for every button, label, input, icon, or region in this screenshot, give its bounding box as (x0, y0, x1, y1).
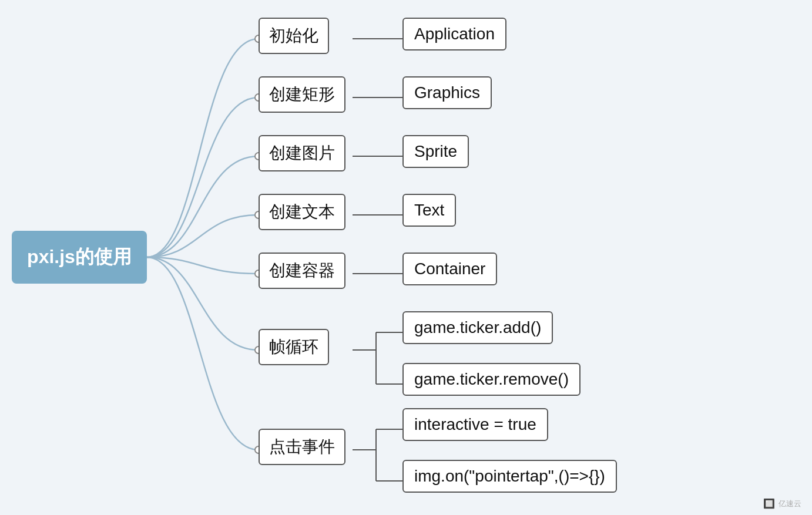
leaf-label-ticker-add: game.ticker.add() (414, 318, 541, 337)
mid-label-click: 点击事件 (269, 436, 335, 458)
leaf-label-container: Container (414, 260, 485, 278)
root-label: pxi.js的使用 (27, 244, 132, 270)
mindmap: pxi.js的使用 初始化 Application 创建矩形 Graphics … (0, 0, 812, 515)
mid-node-rect: 创建矩形 (259, 76, 345, 113)
mid-node-init: 初始化 (259, 18, 329, 54)
leaf-container: Container (402, 253, 497, 285)
mid-label-container: 创建容器 (269, 260, 335, 282)
mid-label-sprite: 创建图片 (269, 142, 335, 164)
mid-node-sprite: 创建图片 (259, 135, 345, 171)
leaf-interactive: interactive = true (402, 408, 548, 441)
leaf-label-application: Application (414, 25, 495, 43)
leaf-label-graphics: Graphics (414, 83, 480, 102)
watermark-text: 亿速云 (779, 499, 801, 509)
mid-label-ticker: 帧循环 (269, 336, 318, 358)
mid-node-ticker: 帧循环 (259, 329, 329, 365)
watermark-icon: 🔲 (763, 498, 775, 509)
watermark: 🔲 亿速云 (763, 498, 801, 509)
mid-label-rect: 创建矩形 (269, 83, 335, 106)
leaf-graphics: Graphics (402, 76, 492, 109)
leaf-application: Application (402, 18, 506, 51)
leaf-label-sprite: Sprite (414, 142, 457, 161)
leaf-label-pointertap: img.on("pointertap",()=>{}) (414, 467, 605, 486)
leaf-text: Text (402, 194, 456, 227)
leaf-label-ticker-remove: game.ticker.remove() (414, 370, 569, 389)
root-node: pxi.js的使用 (12, 231, 147, 284)
leaf-label-text: Text (414, 201, 444, 220)
mid-node-click: 点击事件 (259, 429, 345, 465)
leaf-sprite: Sprite (402, 135, 469, 168)
leaf-ticker-remove: game.ticker.remove() (402, 363, 581, 396)
leaf-ticker-add: game.ticker.add() (402, 311, 553, 344)
mid-node-text: 创建文本 (259, 194, 345, 230)
leaf-pointertap: img.on("pointertap",()=>{}) (402, 460, 617, 493)
mid-label-text: 创建文本 (269, 201, 335, 223)
mid-label-init: 初始化 (269, 25, 318, 47)
mid-node-container: 创建容器 (259, 253, 345, 289)
leaf-label-interactive: interactive = true (414, 415, 536, 434)
